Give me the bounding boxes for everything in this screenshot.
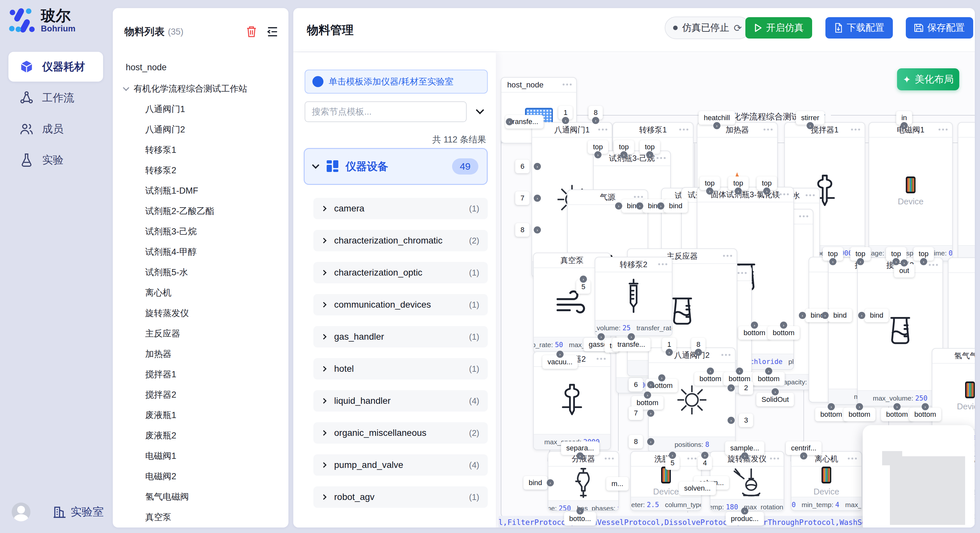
avatar[interactable] <box>12 503 30 521</box>
tree-item[interactable]: 试剂瓶4-甲醇 <box>145 246 197 258</box>
sidebar-item-4[interactable]: 实验 <box>8 145 103 175</box>
sidebar-item-1[interactable]: 仪器耗材 <box>8 52 103 82</box>
port-handle-icon[interactable]: › <box>547 479 554 486</box>
node-header[interactable] <box>948 258 975 273</box>
port-handle-icon[interactable]: › <box>763 187 770 195</box>
port-chip-m[interactable]: m... <box>606 477 629 490</box>
port-handle-icon[interactable]: › <box>821 312 829 319</box>
tree-item[interactable]: 离心机 <box>145 287 172 298</box>
template-group-organic_miscellaneous[interactable]: organic_miscellaneous(2) <box>313 422 488 444</box>
tree-item[interactable]: 主反应器 <box>145 328 180 339</box>
node-menu-icon[interactable] <box>738 272 747 274</box>
node-menu-icon[interactable] <box>721 354 730 356</box>
port-handle-icon[interactable]: › <box>858 312 865 319</box>
node-menu-icon[interactable] <box>658 263 667 265</box>
port-chip-solven[interactable]: solven... <box>679 482 716 495</box>
port-handle-icon[interactable]: › <box>576 452 584 460</box>
node-header[interactable]: host_node <box>501 78 576 93</box>
chevron-down-icon[interactable] <box>123 84 129 91</box>
tree-item[interactable]: host_node <box>126 62 167 73</box>
port-handle-icon[interactable]: › <box>829 258 837 265</box>
port-handle-icon[interactable]: › <box>828 403 835 410</box>
port-handle-icon[interactable]: › <box>701 452 708 459</box>
port-chip-2[interactable]: 2 <box>739 381 753 395</box>
node-menu-icon[interactable] <box>851 128 860 130</box>
lab-entry[interactable]: 实验室 <box>52 504 104 519</box>
tree-item[interactable]: 转移泵2 <box>145 165 176 176</box>
template-group-liquid_handler[interactable]: liquid_handler(4) <box>313 390 488 412</box>
node-header[interactable]: 加热器 <box>697 123 777 138</box>
port-handle-icon[interactable]: › <box>534 195 541 202</box>
node-menu-icon[interactable] <box>634 196 643 198</box>
tree-item[interactable]: 电磁阀1 <box>145 450 176 462</box>
port-handle-icon[interactable]: › <box>534 226 541 233</box>
node-menu-icon[interactable] <box>563 84 572 86</box>
port-handle-icon[interactable]: › <box>695 349 702 356</box>
tree-item[interactable]: 八通阀门2 <box>145 124 185 135</box>
canvas-node-接收瓶3[interactable]: 接收瓶3max_volume: 250 <box>857 257 943 406</box>
port-handle-icon[interactable]: › <box>922 403 929 410</box>
search-template-input[interactable] <box>305 102 467 122</box>
port-chip-7[interactable]: 7 <box>515 191 530 205</box>
port-handle-icon[interactable]: › <box>727 384 735 392</box>
node-menu-icon[interactable] <box>806 194 815 196</box>
node-menu-icon[interactable] <box>939 128 948 130</box>
canvas-node-电磁阀2[interactable]: 电磁阀2Devicevoltage: 12 <box>958 122 975 261</box>
node-header[interactable]: 转移泵1 <box>613 123 693 138</box>
port-chip-3[interactable]: 3 <box>739 414 753 427</box>
tree-item[interactable]: 搅拌器2 <box>145 389 176 401</box>
template-group-characterization_optic[interactable]: characterization_optic(1) <box>313 262 488 283</box>
tree-item[interactable]: 旋转蒸发仪 <box>145 307 189 319</box>
port-handle-icon[interactable]: › <box>594 151 601 159</box>
port-handle-icon[interactable]: › <box>894 403 900 410</box>
port-handle-icon[interactable]: › <box>657 202 664 209</box>
tree-item[interactable]: 试剂瓶1-DMF <box>145 185 198 197</box>
port-handle-icon[interactable]: › <box>506 118 513 125</box>
tree-item[interactable]: 加热器 <box>145 348 172 360</box>
tree-item[interactable]: 电磁阀2 <box>145 471 176 482</box>
node-header[interactable]: 转移泵2 <box>595 257 672 272</box>
port-handle-icon[interactable]: › <box>636 202 643 209</box>
port-handle-icon[interactable]: › <box>856 403 863 410</box>
tree-item[interactable]: 试剂瓶5-水 <box>145 266 188 278</box>
port-chip-6[interactable]: 6 <box>629 378 643 392</box>
port-handle-icon[interactable]: › <box>658 374 665 381</box>
node-menu-icon[interactable] <box>848 458 857 460</box>
download-config-button[interactable]: 下载配置 <box>826 17 893 38</box>
tree-item[interactable]: 氢气电磁阀 <box>145 491 189 503</box>
port-handle-icon[interactable]: › <box>751 322 758 329</box>
port-handle-icon[interactable]: › <box>900 259 908 266</box>
node-header[interactable]: 八通阀门1 <box>532 123 612 138</box>
sim-status-pill[interactable]: 仿真已停止 ⟳ <box>665 16 750 39</box>
node-menu-icon[interactable] <box>799 215 808 217</box>
port-handle-icon[interactable]: › <box>646 151 653 159</box>
port-handle-icon[interactable]: › <box>647 409 654 417</box>
port-chip-bind[interactable]: bind <box>523 476 547 490</box>
port-handle-icon[interactable]: › <box>598 333 605 340</box>
template-group-pump_and_valve[interactable]: pump_and_valve(4) <box>313 454 488 476</box>
canvas-node-电磁阀1[interactable]: 电磁阀1Devicevoltage: 12response_time: 0.1 <box>869 122 953 261</box>
template-group-communication_devices[interactable]: communication_devices(1) <box>313 294 488 316</box>
port-chip-8[interactable]: 8 <box>515 223 530 237</box>
node-menu-icon[interactable] <box>764 128 773 130</box>
port-chip-7[interactable]: 7 <box>629 406 643 420</box>
template-group-gas_handler[interactable]: gas_handler(1) <box>313 326 488 347</box>
port-handle-icon[interactable]: › <box>920 258 927 265</box>
sidebar-item-2[interactable]: 工作流 <box>8 83 103 113</box>
tree-item[interactable]: 试剂瓶3-己烷 <box>145 226 197 237</box>
node-menu-icon[interactable] <box>597 358 606 360</box>
template-group-hotel[interactable]: hotel(1) <box>313 358 488 379</box>
node-header[interactable]: 电磁阀2 <box>958 123 975 138</box>
port-handle-icon[interactable]: › <box>765 368 772 374</box>
collapse-tree-icon[interactable] <box>266 26 279 37</box>
save-config-button[interactable]: 保存配置 <box>906 17 973 38</box>
port-handle-icon[interactable]: › <box>892 258 900 265</box>
port-handle-icon[interactable]: › <box>727 417 735 424</box>
port-handle-icon[interactable]: › <box>741 508 748 514</box>
port-handle-icon[interactable]: › <box>647 438 654 445</box>
tree-item[interactable]: 试剂瓶2-乙酸乙酯 <box>145 205 214 217</box>
port-handle-icon[interactable]: › <box>620 151 627 159</box>
tree-item[interactable]: 真空泵 <box>145 511 172 523</box>
port-handle-icon[interactable]: › <box>800 452 807 460</box>
port-handle-icon[interactable]: › <box>713 122 721 129</box>
